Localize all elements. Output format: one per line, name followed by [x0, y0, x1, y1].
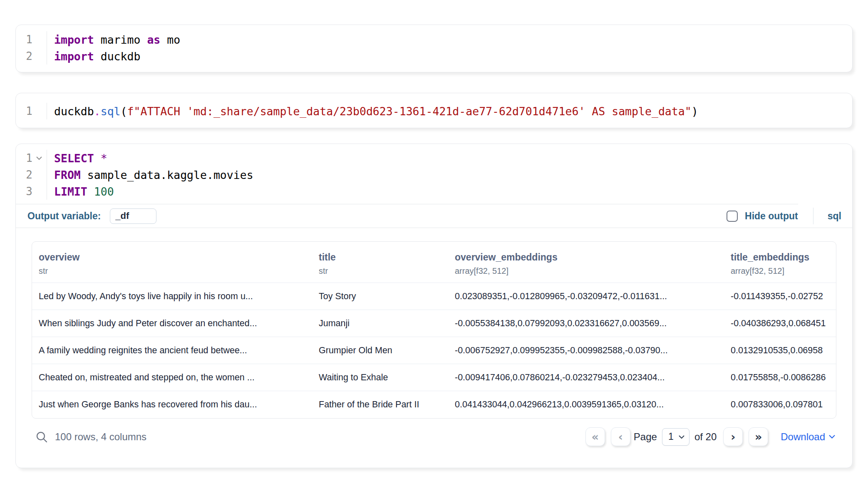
- page-select-value: 1: [668, 431, 674, 442]
- output-variable-input[interactable]: [110, 208, 156, 224]
- code-line: 2 FROM sample_data.kaggle.movies: [16, 166, 852, 183]
- column-header-overview[interactable]: overview str: [32, 242, 312, 283]
- line-number: 2: [16, 169, 32, 181]
- sql-editor: 1 SELECT * 2 FROM sample_data.kaggle.mov…: [16, 144, 852, 204]
- line-gutter: 1: [16, 31, 47, 48]
- table-row[interactable]: Led by Woody, Andy's toys live happily i…: [32, 283, 836, 310]
- code-token: *: [94, 152, 107, 165]
- page-label: Page: [634, 431, 657, 443]
- dataframe-table: overview str title str overview_embeddin…: [32, 241, 836, 419]
- cell-overview-embeddings: -0.0055384138,0.07992093,0.023316627,0.0…: [448, 310, 724, 337]
- line-number: 1: [16, 152, 32, 164]
- code-line: 1 duckdb.sql(f"ATTACH 'md:_share/sample_…: [16, 103, 852, 119]
- code-token: import: [54, 50, 94, 63]
- row-count-label: 100 rows, 4 columns: [55, 431, 146, 443]
- download-button[interactable]: Download: [781, 431, 836, 443]
- code-line: 1 SELECT *: [16, 150, 852, 166]
- table-row[interactable]: A family wedding reignites the ancient f…: [32, 337, 836, 364]
- download-label: Download: [781, 431, 825, 443]
- sql-cell-toolbar: Output variable: Hide output sql: [16, 204, 852, 228]
- code-token: 100: [87, 185, 114, 198]
- code-line: 2 import duckdb: [16, 48, 852, 64]
- code-editor-line[interactable]: SELECT *: [47, 152, 107, 165]
- code-editor-line[interactable]: FROM sample_data.kaggle.movies: [47, 169, 253, 181]
- page-select[interactable]: 1: [662, 428, 689, 446]
- first-page-button[interactable]: «: [585, 427, 605, 446]
- column-header-title-embeddings[interactable]: title_embeddings array[f32, 512]: [724, 242, 836, 283]
- code-token: FROM: [54, 169, 81, 181]
- code-line: 1 import marimo as mo: [16, 31, 852, 48]
- code-token: sql: [101, 105, 121, 118]
- code-editor-line[interactable]: LIMIT 100: [47, 185, 114, 198]
- cell-overview-embeddings: 0.023089351,-0.012809965,-0.03209472,-0.…: [448, 283, 724, 310]
- cell-title: Father of the Bride Part II: [312, 391, 448, 418]
- hide-output-checkbox[interactable]: [727, 211, 738, 222]
- code-line: 3 LIMIT 100: [16, 183, 852, 200]
- code-token: SELECT: [54, 152, 94, 165]
- line-number: 1: [16, 33, 32, 46]
- prev-page-button[interactable]: ‹: [611, 427, 630, 446]
- cell-title-embeddings: 0.01755858,-0.0086286: [724, 364, 836, 391]
- last-page-button[interactable]: »: [749, 427, 768, 446]
- code-token: as: [147, 33, 160, 46]
- column-header-title[interactable]: title str: [312, 242, 448, 283]
- chevron-down-icon: [828, 434, 836, 439]
- search-icon[interactable]: [32, 428, 51, 446]
- fold-chevron-icon[interactable]: [32, 156, 46, 160]
- code-token: ): [692, 105, 698, 118]
- cell-overview-embeddings: -0.009417406,0.07860214,-0.023279453,0.0…: [448, 364, 724, 391]
- line-number: 2: [16, 50, 32, 62]
- line-gutter: 2: [16, 166, 47, 183]
- cell-title: Toy Story: [312, 283, 448, 310]
- table-row[interactable]: Just when George Banks has recovered fro…: [32, 391, 836, 418]
- code-token: duckdb: [94, 50, 141, 63]
- code-token: (: [121, 105, 127, 118]
- code-editor-line[interactable]: import marimo as mo: [47, 33, 180, 46]
- cell-title-embeddings: -0.040386293,0.068451: [724, 310, 836, 337]
- code-editor-line[interactable]: import duckdb: [47, 50, 140, 63]
- code-token: f"ATTACH 'md:_share/sample_data/23b0d623…: [127, 105, 692, 118]
- cell-overview: Led by Woody, Andy's toys live happily i…: [32, 283, 312, 310]
- code-token: import: [54, 33, 94, 46]
- sql-cell: 1 SELECT * 2 FROM sample_data.kaggle.mov…: [15, 144, 853, 468]
- code-cell-imports: 1 import marimo as mo 2 import duckdb: [15, 25, 853, 72]
- code-token: LIMIT: [54, 185, 87, 198]
- output-variable-label: Output variable:: [27, 211, 101, 222]
- column-header-overview-embeddings[interactable]: overview_embeddings array[f32, 512]: [448, 242, 724, 283]
- cell-title: Grumpier Old Men: [312, 337, 448, 364]
- toolbar-divider: [813, 208, 813, 224]
- table-row[interactable]: When siblings Judy and Peter discover an…: [32, 310, 836, 337]
- table-footer: 100 rows, 4 columns « ‹ Page 1 of 20 › »…: [32, 419, 836, 457]
- chevron-down-icon: [678, 435, 685, 439]
- hide-output-label[interactable]: Hide output: [745, 211, 798, 222]
- page-total-label: of 20: [694, 431, 717, 443]
- table-row[interactable]: Cheated on, mistreated and stepped on, t…: [32, 364, 836, 391]
- line-gutter: 1: [16, 150, 47, 166]
- cell-overview: Cheated on, mistreated and stepped on, t…: [32, 364, 312, 391]
- language-label[interactable]: sql: [828, 211, 841, 222]
- cell-output: overview str title str overview_embeddin…: [16, 228, 852, 457]
- cell-overview-embeddings: 0.041433044,0.042966213,0.0039591365,0.0…: [448, 391, 724, 418]
- code-token: mo: [160, 33, 180, 46]
- cell-title-embeddings: -0.011439355,-0.02752: [724, 283, 836, 310]
- cell-overview-embeddings: -0.006752927,0.099952355,-0.009982588,-0…: [448, 337, 724, 364]
- cell-overview: A family wedding reignites the ancient f…: [32, 337, 312, 364]
- cell-title-embeddings: 0.007833006,0.097801: [724, 391, 836, 418]
- code-token: marimo: [94, 33, 147, 46]
- code-token: .: [94, 105, 101, 118]
- next-page-button[interactable]: ›: [723, 427, 743, 446]
- code-token: sample_data.kaggle.movies: [81, 169, 253, 181]
- cell-title: Waiting to Exhale: [312, 364, 448, 391]
- cell-overview: When siblings Judy and Peter discover an…: [32, 310, 312, 337]
- line-gutter: 2: [16, 48, 47, 64]
- line-number: 3: [16, 185, 32, 198]
- cell-overview: Just when George Banks has recovered fro…: [32, 391, 312, 418]
- code-token: duckdb: [54, 105, 94, 118]
- code-cell-attach: 1 duckdb.sql(f"ATTACH 'md:_share/sample_…: [15, 93, 853, 128]
- line-gutter: 3: [16, 183, 47, 200]
- cell-title-embeddings: 0.0132910535,0.06958: [724, 337, 836, 364]
- code-editor-line[interactable]: duckdb.sql(f"ATTACH 'md:_share/sample_da…: [47, 105, 698, 118]
- line-gutter: 1: [16, 103, 47, 119]
- cell-title: Jumanji: [312, 310, 448, 337]
- table-header-row: overview str title str overview_embeddin…: [32, 242, 836, 283]
